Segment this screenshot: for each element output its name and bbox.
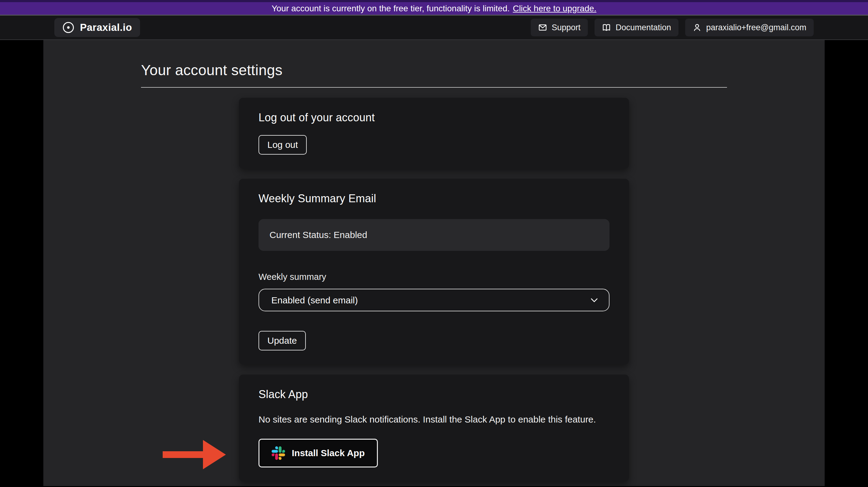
slack-logo-icon — [272, 447, 285, 460]
documentation-label: Documentation — [616, 23, 671, 32]
weekly-card-heading: Weekly Summary Email — [258, 192, 610, 205]
brand-logo[interactable]: Paraxial.io — [54, 18, 140, 37]
weekly-summary-card: Weekly Summary Email Current Status: Ena… — [239, 179, 629, 365]
current-status-panel: Current Status: Enabled — [258, 219, 610, 251]
page-title: Your account settings — [141, 62, 727, 79]
upgrade-link[interactable]: Click here to upgrade. — [513, 4, 596, 13]
user-icon — [692, 23, 702, 32]
title-divider — [141, 87, 727, 88]
paraxial-logo-icon — [62, 21, 74, 34]
top-header: Paraxial.io Support Documentation paraxi… — [0, 16, 868, 40]
slack-description: No sites are sending Slack notifications… — [258, 414, 610, 425]
envelope-icon — [538, 23, 547, 32]
slack-card-heading: Slack App — [258, 388, 610, 401]
install-slack-app-button[interactable]: Install Slack App — [258, 439, 378, 467]
weekly-summary-select-wrap: Enabled (send email) — [258, 289, 610, 311]
slack-app-card: Slack App No sites are sending Slack not… — [239, 375, 629, 482]
account-email-button[interactable]: paraxialio+free@gmail.com — [685, 19, 814, 36]
support-button[interactable]: Support — [531, 19, 588, 36]
account-email: paraxialio+free@gmail.com — [706, 23, 806, 32]
book-icon — [602, 23, 611, 32]
free-tier-banner: Your account is currently on the free ti… — [0, 2, 868, 16]
current-status-text: Current Status: Enabled — [270, 230, 367, 240]
support-label: Support — [552, 23, 581, 32]
documentation-button[interactable]: Documentation — [594, 19, 679, 36]
main-content: Your account settings Log out of your ac… — [43, 40, 825, 486]
logout-card-heading: Log out of your account — [258, 111, 610, 124]
brand-name: Paraxial.io — [80, 22, 132, 33]
banner-top-strip — [0, 0, 868, 2]
settings-cards: Log out of your account Log out Weekly S… — [239, 98, 629, 482]
install-slack-app-label: Install Slack App — [292, 448, 365, 459]
update-button[interactable]: Update — [258, 331, 306, 350]
settings-content: Your account settings Log out of your ac… — [141, 40, 727, 482]
header-actions: Support Documentation paraxialio+free@gm… — [531, 19, 814, 36]
log-out-button[interactable]: Log out — [258, 135, 307, 154]
weekly-summary-label: Weekly summary — [258, 271, 610, 282]
logout-card: Log out of your account Log out — [239, 98, 629, 169]
banner-message: Your account is currently on the free ti… — [272, 4, 510, 13]
weekly-summary-select[interactable]: Enabled (send email) — [258, 289, 610, 311]
